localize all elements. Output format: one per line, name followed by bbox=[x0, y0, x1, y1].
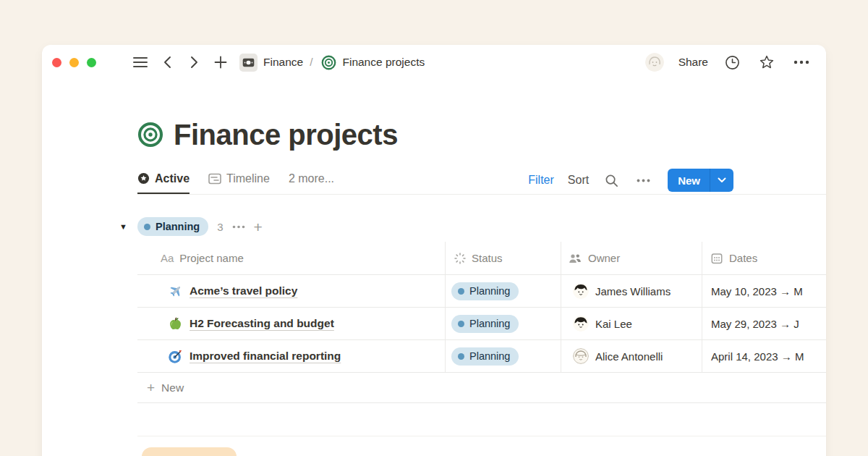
ellipsis-icon bbox=[232, 225, 245, 229]
tab-timeline[interactable]: Timeline bbox=[208, 172, 270, 193]
view-switcher: Active Timeline 2 more... Filter Sort bbox=[137, 170, 733, 195]
chevron-right-icon bbox=[188, 56, 200, 69]
table-header-row: Aa Project name Status Owner bbox=[137, 242, 826, 275]
owner-cell[interactable]: Alice Antonelli bbox=[561, 340, 702, 372]
plus-icon bbox=[214, 56, 227, 69]
group-name: Planning bbox=[156, 221, 200, 232]
window-controls bbox=[52, 58, 96, 67]
hamburger-icon bbox=[133, 56, 148, 68]
clock-icon bbox=[725, 55, 740, 70]
dates-cell[interactable]: May 10, 2023 → M bbox=[702, 275, 826, 307]
project-name-cell[interactable]: Improved financial reporting bbox=[137, 340, 445, 372]
project-name-link[interactable]: Acme’s travel policy bbox=[190, 284, 297, 297]
sort-button[interactable]: Sort bbox=[568, 174, 589, 187]
group-status-pill[interactable]: Planning bbox=[137, 217, 208, 236]
column-header-project-name[interactable]: Aa Project name bbox=[137, 242, 445, 274]
column-header-status[interactable]: Status bbox=[445, 242, 561, 274]
filter-button[interactable]: Filter bbox=[528, 174, 554, 187]
breadcrumb-item-finance[interactable]: Finance bbox=[263, 56, 303, 69]
dates-cell[interactable]: April 14, 2023 → M bbox=[702, 340, 826, 372]
status-pill: Planning bbox=[451, 282, 519, 300]
collapse-triangle-icon[interactable]: ▼ bbox=[119, 222, 127, 231]
people-icon bbox=[569, 253, 582, 263]
ellipsis-icon bbox=[793, 60, 809, 64]
search-icon bbox=[605, 174, 618, 187]
add-row-button[interactable]: + New bbox=[137, 373, 826, 402]
column-header-dates[interactable]: Dates bbox=[702, 242, 826, 274]
new-button[interactable]: New bbox=[668, 169, 733, 192]
projects-table: Aa Project name Status Owner bbox=[137, 242, 826, 403]
calendar-icon bbox=[711, 253, 723, 264]
owner-avatar bbox=[573, 316, 589, 332]
new-button-label: New bbox=[668, 169, 710, 192]
sidebar-toggle-button[interactable] bbox=[131, 54, 150, 70]
new-page-button[interactable] bbox=[212, 54, 229, 71]
favorite-button[interactable] bbox=[757, 52, 777, 72]
owner-avatar bbox=[573, 348, 589, 364]
dates-value: May 29, 2023 → J bbox=[711, 318, 799, 330]
group-header-planning: ▼ Planning 3 + bbox=[137, 216, 826, 237]
project-name-link[interactable]: Improved financial reporting bbox=[190, 350, 341, 363]
dates-value: April 14, 2023 → M bbox=[711, 350, 804, 363]
project-name-cell[interactable]: H2 Forecasting and budget bbox=[137, 308, 445, 339]
status-pill: Planning bbox=[451, 315, 519, 333]
page-header: Finance projects bbox=[137, 119, 826, 151]
timeline-icon bbox=[208, 173, 221, 185]
table-row: Improved financial reporting Planning Al… bbox=[137, 340, 826, 373]
owner-cell[interactable]: James Williams bbox=[561, 275, 702, 307]
plus-icon: + bbox=[147, 380, 155, 396]
owner-name: Kai Lee bbox=[595, 318, 632, 330]
breadcrumb-item-finance-projects[interactable]: Finance projects bbox=[342, 56, 425, 69]
more-options-button[interactable] bbox=[791, 58, 812, 67]
section-divider bbox=[137, 436, 826, 436]
page-target-icon bbox=[137, 122, 163, 148]
status-dot-icon bbox=[144, 224, 150, 230]
dates-cell[interactable]: May 29, 2023 → J bbox=[702, 308, 826, 339]
chevron-down-icon[interactable] bbox=[710, 169, 733, 192]
status-cell[interactable]: Planning bbox=[445, 308, 561, 339]
group-count: 3 bbox=[217, 221, 223, 233]
share-button[interactable]: Share bbox=[678, 56, 708, 69]
column-label: Status bbox=[472, 252, 503, 264]
back-button[interactable] bbox=[160, 54, 176, 71]
star-icon bbox=[759, 54, 775, 70]
minimize-window-button[interactable] bbox=[69, 58, 79, 67]
table-row: H2 Forecasting and budget Planning Kai L… bbox=[137, 308, 826, 340]
project-name-link[interactable]: H2 Forecasting and budget bbox=[190, 317, 334, 330]
column-label: Owner bbox=[588, 252, 620, 264]
breadcrumb-separator: / bbox=[310, 56, 312, 69]
tabs-divider bbox=[137, 194, 826, 195]
app-window: Finance / Finance projects Share bbox=[42, 45, 826, 456]
group-options-button[interactable] bbox=[232, 225, 245, 229]
banknote-icon bbox=[239, 54, 258, 72]
status-dot-icon bbox=[458, 288, 464, 295]
owner-cell[interactable]: Kai Lee bbox=[561, 308, 702, 339]
tab-more-views[interactable]: 2 more... bbox=[289, 172, 334, 193]
column-header-owner[interactable]: Owner bbox=[561, 242, 702, 274]
status-cell[interactable]: Planning bbox=[445, 340, 561, 372]
status-dot-icon bbox=[458, 321, 464, 327]
dart-target-icon bbox=[168, 349, 183, 364]
status-label: Planning bbox=[469, 318, 510, 329]
status-label: Planning bbox=[469, 285, 510, 297]
tab-more-label: 2 more... bbox=[289, 172, 334, 185]
status-dot-icon bbox=[458, 353, 464, 360]
green-apple-icon bbox=[168, 316, 183, 332]
owner-name: James Williams bbox=[595, 285, 671, 297]
forward-button[interactable] bbox=[186, 54, 202, 71]
tab-active[interactable]: Active bbox=[137, 172, 190, 194]
status-cell[interactable]: Planning bbox=[445, 275, 561, 307]
view-options-button[interactable] bbox=[634, 177, 652, 185]
window-topbar: Finance / Finance projects Share bbox=[42, 45, 826, 80]
text-property-icon: Aa bbox=[161, 252, 174, 264]
next-group-pill[interactable] bbox=[142, 447, 237, 456]
group-add-button[interactable]: + bbox=[254, 219, 263, 235]
table-row: Acme’s travel policy Planning James Will… bbox=[137, 275, 826, 308]
project-name-cell[interactable]: Acme’s travel policy bbox=[137, 275, 445, 307]
search-button[interactable] bbox=[603, 172, 621, 190]
tab-active-label: Active bbox=[155, 172, 190, 185]
close-window-button[interactable] bbox=[52, 58, 61, 67]
user-avatar[interactable] bbox=[645, 53, 664, 72]
maximize-window-button[interactable] bbox=[87, 58, 96, 67]
history-button[interactable] bbox=[723, 53, 742, 72]
